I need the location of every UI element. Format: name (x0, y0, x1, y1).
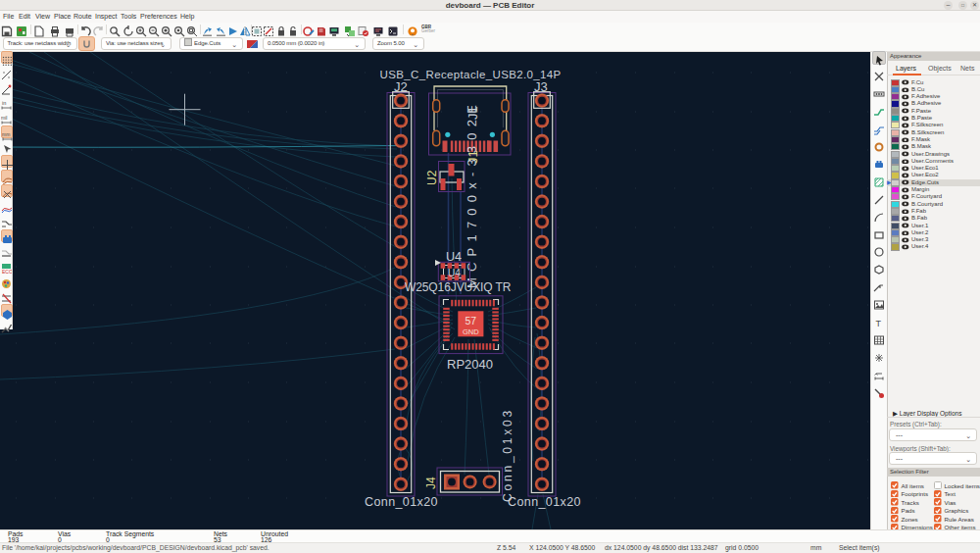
svg-text:in: in (2, 100, 6, 106)
svg-text:W25Q16JVUXIQ TR: W25Q16JVUXIQ TR (405, 280, 512, 294)
svg-text:U2: U2 (425, 170, 439, 185)
svg-text:J2: J2 (394, 79, 408, 94)
svg-text:U4: U4 (446, 250, 462, 264)
svg-text:GND: GND (463, 327, 479, 336)
svg-text:J4: J4 (424, 477, 438, 489)
svg-text:U4: U4 (448, 268, 461, 278)
svg-text:mil: mil (1, 115, 7, 121)
svg-text:ECO: ECO (2, 269, 12, 275)
svg-text:mm: mm (2, 131, 10, 137)
svg-text:J3: J3 (534, 79, 548, 94)
svg-text:MCP1700x-3302E: MCP1700x-3302E (465, 99, 479, 288)
svg-text:T: T (876, 319, 882, 328)
svg-text:57: 57 (465, 315, 476, 327)
svg-text:USB_C_Receptacle_USB2.0_14P: USB_C_Receptacle_USB2.0_14P (380, 69, 562, 80)
svg-text:Conn_01x20: Conn_01x20 (508, 495, 581, 509)
svg-text:RP2040: RP2040 (447, 357, 493, 372)
svg-text:Conn_01x20: Conn_01x20 (365, 495, 438, 509)
svg-text:Conn_01x03: Conn_01x03 (501, 408, 514, 502)
